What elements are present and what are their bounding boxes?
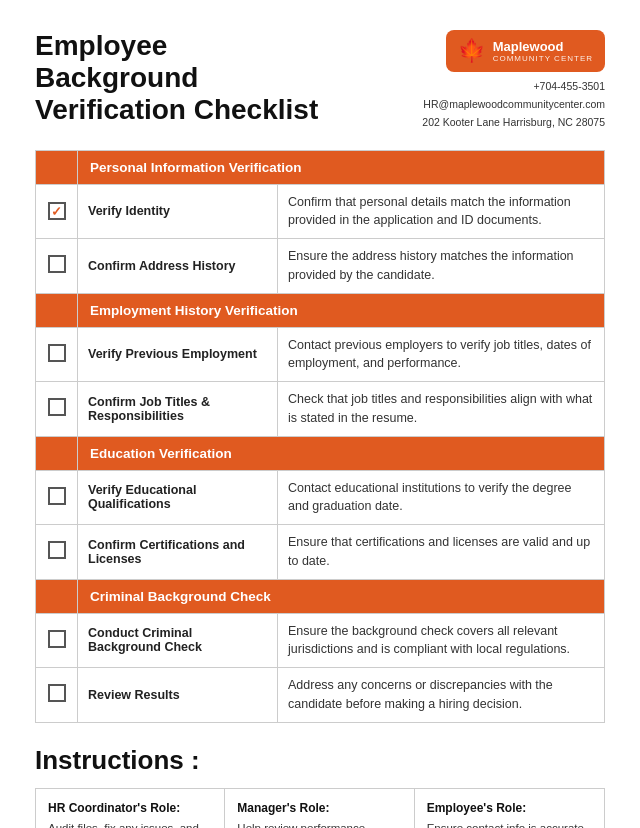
- item-desc: Ensure the background check covers all r…: [278, 613, 605, 668]
- section-header-criminal: Criminal Background Check: [36, 579, 605, 613]
- title-block: Employee Background Verification Checkli…: [35, 30, 318, 127]
- checkbox[interactable]: ✓: [48, 202, 66, 220]
- role-desc: Ensure contact info is accurate, and pro…: [427, 822, 587, 828]
- item-label: Confirm Certifications and Licenses: [78, 525, 278, 580]
- checklist-row: ✓Verify IdentityConfirm that personal de…: [36, 184, 605, 239]
- role-desc: Help review performance records and prov…: [237, 822, 365, 828]
- instructions-title: Instructions :: [35, 745, 605, 776]
- section-header-spacer: [36, 150, 78, 184]
- instructions-cell-0: HR Coordinator's Role:Audit files, fix a…: [36, 789, 225, 828]
- logo-badge: 🍁 Maplewood Community Center: [446, 30, 605, 72]
- checklist-row: Review ResultsAddress any concerns or di…: [36, 668, 605, 723]
- instructions-section: Instructions : HR Coordinator's Role:Aud…: [35, 745, 605, 828]
- checkbox[interactable]: [48, 630, 66, 648]
- instructions-cell-2: Employee's Role:Ensure contact info is a…: [415, 789, 604, 828]
- item-desc: Confirm that personal details match the …: [278, 184, 605, 239]
- checkbox-cell[interactable]: [36, 470, 78, 525]
- checklist-row: Confirm Job Titles & ResponsibilitiesChe…: [36, 382, 605, 437]
- instructions-cell-1: Manager's Role:Help review performance r…: [225, 789, 414, 828]
- checkbox-cell[interactable]: ✓: [36, 184, 78, 239]
- checkbox[interactable]: [48, 398, 66, 416]
- section-title: Criminal Background Check: [78, 579, 605, 613]
- role-title: Manager's Role:: [237, 799, 401, 817]
- item-label: Verify Previous Employment: [78, 327, 278, 382]
- checkbox[interactable]: [48, 541, 66, 559]
- checkbox-cell[interactable]: [36, 327, 78, 382]
- section-title: Personal Information Verification: [78, 150, 605, 184]
- checklist-table: Personal Information Verification✓Verify…: [35, 150, 605, 723]
- item-desc: Contact educational institutions to veri…: [278, 470, 605, 525]
- checklist-row: Verify Educational QualificationsContact…: [36, 470, 605, 525]
- item-desc: Ensure that certifications and licenses …: [278, 525, 605, 580]
- item-desc: Contact previous employers to verify job…: [278, 327, 605, 382]
- section-header-education: Education Verification: [36, 436, 605, 470]
- checkmark: ✓: [51, 204, 62, 219]
- item-desc: Ensure the address history matches the i…: [278, 239, 605, 294]
- section-header-spacer: [36, 579, 78, 613]
- role-desc: Audit files, fix any issues, and documen…: [48, 822, 199, 828]
- checklist-row: Confirm Address HistoryEnsure the addres…: [36, 239, 605, 294]
- item-desc: Address any concerns or discrepancies wi…: [278, 668, 605, 723]
- checkbox[interactable]: [48, 255, 66, 273]
- instructions-grid: HR Coordinator's Role:Audit files, fix a…: [35, 788, 605, 828]
- checkbox[interactable]: [48, 344, 66, 362]
- maple-icon: 🍁: [458, 38, 485, 64]
- section-title: Education Verification: [78, 436, 605, 470]
- checkbox[interactable]: [48, 684, 66, 702]
- address: 202 Kooter Lane Harrisburg, NC 28075: [422, 116, 605, 128]
- checkbox-cell[interactable]: [36, 382, 78, 437]
- section-header-employment: Employment History Verification: [36, 293, 605, 327]
- item-label: Verify Educational Qualifications: [78, 470, 278, 525]
- checkbox-cell[interactable]: [36, 239, 78, 294]
- checkbox-cell[interactable]: [36, 613, 78, 668]
- section-header-personal: Personal Information Verification: [36, 150, 605, 184]
- checkbox-cell[interactable]: [36, 668, 78, 723]
- logo-block: 🍁 Maplewood Community Center +704-455-35…: [422, 30, 605, 132]
- page-header: Employee Background Verification Checkli…: [35, 30, 605, 132]
- checklist-row: Confirm Certifications and LicensesEnsur…: [36, 525, 605, 580]
- section-title: Employment History Verification: [78, 293, 605, 327]
- item-label: Conduct Criminal Background Check: [78, 613, 278, 668]
- checkbox-cell[interactable]: [36, 525, 78, 580]
- checklist-row: Verify Previous EmploymentContact previo…: [36, 327, 605, 382]
- phone: +704-455-3501: [533, 80, 605, 92]
- role-title: Employee's Role:: [427, 799, 592, 817]
- item-label: Review Results: [78, 668, 278, 723]
- logo-name: Maplewood: [493, 39, 593, 55]
- section-header-spacer: [36, 293, 78, 327]
- logo-text-block: Maplewood Community Center: [493, 39, 593, 64]
- item-label: Verify Identity: [78, 184, 278, 239]
- checkbox[interactable]: [48, 487, 66, 505]
- item-label: Confirm Job Titles & Responsibilities: [78, 382, 278, 437]
- checklist-row: Conduct Criminal Background CheckEnsure …: [36, 613, 605, 668]
- email: HR@maplewoodcommunitycenter.com: [423, 98, 605, 110]
- logo-sub: Community Center: [493, 54, 593, 63]
- page-title: Employee Background Verification Checkli…: [35, 30, 318, 127]
- item-desc: Check that job titles and responsibiliti…: [278, 382, 605, 437]
- item-label: Confirm Address History: [78, 239, 278, 294]
- section-header-spacer: [36, 436, 78, 470]
- contact-info: +704-455-3501 HR@maplewoodcommunitycente…: [422, 78, 605, 132]
- role-title: HR Coordinator's Role:: [48, 799, 212, 817]
